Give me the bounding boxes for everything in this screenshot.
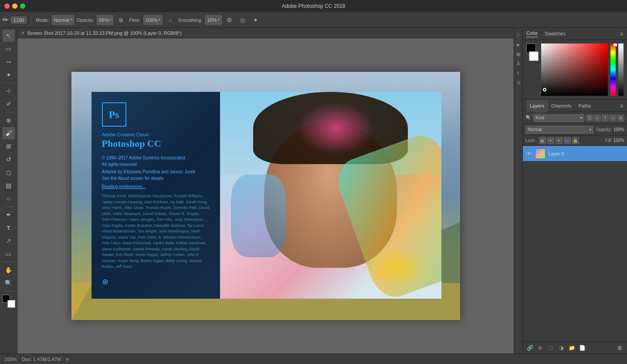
dodge-tool[interactable]: ○ xyxy=(3,192,15,205)
delete-layer-icon[interactable]: 🗑 xyxy=(616,344,624,352)
background-color[interactable] xyxy=(7,300,15,308)
adobe-cc-label: Adobe Creative Cloud xyxy=(102,132,210,137)
strip-icon-6[interactable]: ⊞ xyxy=(515,79,522,86)
color-gradient-picker[interactable] xyxy=(541,44,608,96)
layers-panel-header: Layers Channels Paths ≡ xyxy=(523,100,627,112)
type-filter-icon[interactable]: T xyxy=(602,115,609,121)
new-layer-icon[interactable]: 📄 xyxy=(578,344,586,352)
brush-tool[interactable]: 🖌 xyxy=(3,127,15,139)
add-mask-icon[interactable]: ◌ xyxy=(546,344,555,352)
spot-heal-tool[interactable]: ⊗ xyxy=(3,114,15,126)
smoothing-dropdown[interactable]: 10% ▾ xyxy=(205,15,222,25)
tool-sep-4 xyxy=(3,262,14,262)
pixel-filter-icon[interactable]: ☰ xyxy=(586,115,593,121)
color-splash-pink xyxy=(297,102,375,154)
airbrush-icon[interactable]: ○ xyxy=(165,15,176,25)
channels-tab[interactable]: Channels xyxy=(548,100,575,112)
fx-icon[interactable]: fx xyxy=(536,344,545,352)
kind-dropdown[interactable]: Kind ▾ xyxy=(533,114,584,122)
layers-panel-menu[interactable]: ≡ xyxy=(620,102,624,109)
brush-size-box[interactable]: 1100 xyxy=(11,17,27,24)
new-group-icon[interactable]: 📁 xyxy=(567,344,576,352)
brush-tool-icon: ✏ xyxy=(3,16,8,24)
lock-all-icon[interactable]: 🔒 xyxy=(572,137,579,144)
lock-image-icon[interactable]: ✏ xyxy=(547,137,554,144)
gradient-tool[interactable]: ▤ xyxy=(3,179,15,192)
tool-sep-1 xyxy=(3,83,14,83)
settings-icon[interactable]: ⚙ xyxy=(224,15,235,25)
splash-reading[interactable]: Reading preferences... xyxy=(102,184,210,189)
fg-bg-color-boxes[interactable] xyxy=(526,44,539,96)
spectrum-handle[interactable] xyxy=(613,44,617,46)
stamp-tool[interactable]: ⊞ xyxy=(3,140,15,152)
hand-tool[interactable]: ✋ xyxy=(3,264,15,276)
layer-item[interactable]: 👁 Layer 0 xyxy=(523,146,627,162)
strip-icon-4[interactable]: A xyxy=(515,60,522,67)
opacity-dropdown-arrow: ▾ xyxy=(109,18,111,22)
flow-dropdown[interactable]: 100% ▾ xyxy=(143,15,163,25)
mode-dropdown[interactable]: Normal ▾ xyxy=(52,15,74,25)
adjustment-filter-icon[interactable]: ⊙ xyxy=(594,115,601,121)
blend-mode-dropdown[interactable]: Normal ▾ xyxy=(525,126,593,134)
smart-filter-icon[interactable]: ⊞ xyxy=(617,115,624,121)
fg-bg-swatches[interactable] xyxy=(2,295,15,308)
opacity-dropdown[interactable]: 66% ▾ xyxy=(97,15,113,25)
paths-tab[interactable]: Paths xyxy=(575,100,594,112)
color-panel-menu[interactable]: ≡ xyxy=(620,30,624,37)
tab-close-button[interactable]: ✕ xyxy=(21,30,24,35)
canvas-container[interactable]: Ps Adobe Creative Cloud Photoshop CC © 1… xyxy=(17,38,514,354)
mode-label: Mode: xyxy=(36,17,49,23)
path-selection-tool[interactable]: ↗ xyxy=(3,235,15,247)
doc-size: Doc: 1.47M/1.47M xyxy=(22,357,61,362)
right-panel: Color Swatches ≡ xyxy=(522,28,627,354)
strip-icon-2[interactable]: ▶ xyxy=(515,41,522,48)
angle-icon[interactable]: ◎ xyxy=(237,15,248,25)
lock-artboard-icon[interactable]: ▭ xyxy=(564,137,571,144)
zoom-tool[interactable]: 🔍 xyxy=(3,277,15,289)
crop-tool[interactable]: ⊹ xyxy=(3,85,15,97)
strip-icon-1[interactable]: ≡ xyxy=(515,31,522,38)
marquee-tool[interactable]: ▭ xyxy=(3,43,15,55)
layer-thumbnail xyxy=(535,148,546,159)
document-tab-label: Screen Shot 2017-10-20 at 11.33.13 PM.pn… xyxy=(27,30,182,36)
maximize-button[interactable] xyxy=(20,3,25,9)
magic-wand-tool[interactable]: ✦ xyxy=(3,69,15,81)
opacity-label: Opacity: xyxy=(596,127,612,132)
layers-tab[interactable]: Layers xyxy=(526,100,548,112)
alpha-bar[interactable] xyxy=(618,44,624,96)
color-tab[interactable]: Color xyxy=(526,30,538,37)
symmetry-icon[interactable]: ✦ xyxy=(251,15,261,25)
adjustment-icon[interactable]: ◑ xyxy=(557,344,566,352)
lock-transparent-icon[interactable]: ▦ xyxy=(539,137,546,144)
pen-tool[interactable]: ✒ xyxy=(3,209,15,221)
link-layers-icon[interactable]: 🔗 xyxy=(525,344,534,352)
shape-tool[interactable]: ▭ xyxy=(3,248,15,260)
document-tab[interactable]: ✕ Screen Shot 2017-10-20 at 11.33.13 PM.… xyxy=(17,28,514,38)
window-controls[interactable] xyxy=(4,3,25,9)
strip-icon-5[interactable]: ¶ xyxy=(515,70,522,77)
more-status-icon[interactable]: ▶ xyxy=(66,357,70,361)
swatches-tab[interactable]: Swatches xyxy=(545,31,566,37)
flow-label: Flow: xyxy=(129,17,140,23)
minimize-button[interactable] xyxy=(12,3,17,9)
lock-position-icon[interactable]: ✛ xyxy=(556,137,563,144)
smoothing-label: Smoothing: xyxy=(178,17,203,23)
eyedropper-tool[interactable]: ✐ xyxy=(3,98,15,110)
opacity-value[interactable]: 100% xyxy=(613,127,624,132)
strip-icon-3[interactable]: ▦ xyxy=(515,51,522,57)
bg-color-box[interactable] xyxy=(529,51,539,61)
move-tool[interactable]: ↖ xyxy=(3,30,15,42)
eraser-tool[interactable]: ◻ xyxy=(3,166,15,179)
filter-icons: ☰ ⊙ T ▭ ⊞ xyxy=(586,115,624,121)
color-picker-area xyxy=(523,40,627,99)
layer-visibility-icon[interactable]: 👁 xyxy=(525,150,532,157)
fill-value[interactable]: 100% xyxy=(613,138,624,143)
pressure-opacity-icon[interactable]: ⊕ xyxy=(116,15,126,25)
color-spectrum-bar[interactable] xyxy=(610,44,616,96)
shape-filter-icon[interactable]: ▭ xyxy=(610,115,617,121)
lasso-tool[interactable]: ⊸ xyxy=(3,56,15,68)
ps-document: Ps Adobe Creative Cloud Photoshop CC © 1… xyxy=(71,72,460,320)
history-brush-tool[interactable]: ↺ xyxy=(3,153,15,165)
type-tool[interactable]: T xyxy=(3,222,15,234)
close-button[interactable] xyxy=(4,3,10,9)
